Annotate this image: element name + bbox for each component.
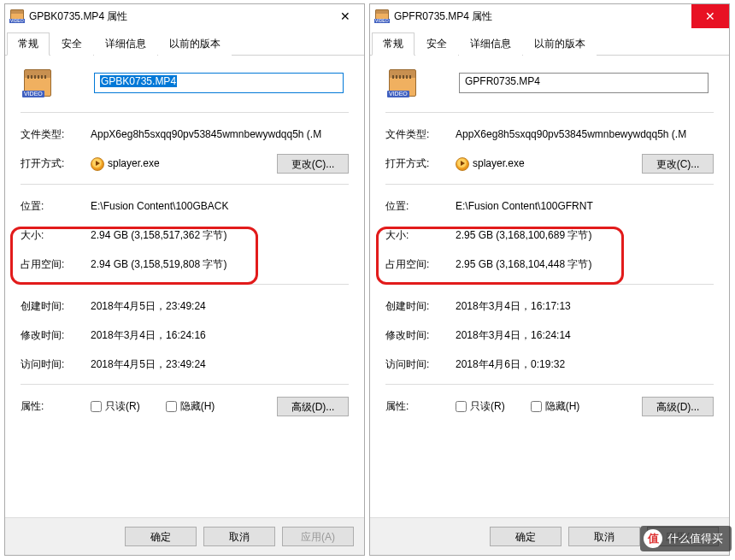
advanced-button[interactable]: 高级(D)... xyxy=(277,397,349,416)
dialog-footer: 确定 取消 应用(A) xyxy=(5,517,364,555)
attributes-label: 属性: xyxy=(385,399,456,414)
sizeondisk-label: 占用空间: xyxy=(21,257,91,272)
splayer-icon xyxy=(91,157,104,171)
change-button[interactable]: 更改(C)... xyxy=(642,154,714,174)
window-title: GPBK0735.MP4 属性 xyxy=(29,9,326,24)
openwith-value: splayer.exe xyxy=(456,157,642,171)
hidden-checkbox[interactable] xyxy=(166,401,177,412)
modified-value: 2018年3月4日，16:24:16 xyxy=(91,328,349,343)
size-label: 大小: xyxy=(385,228,456,243)
sizeondisk-value: 2.94 GB (3,158,519,808 字节) xyxy=(91,257,349,272)
created-value: 2018年3月4日，16:17:13 xyxy=(456,299,714,314)
location-label: 位置: xyxy=(385,199,456,214)
size-value: 2.94 GB (3,158,517,362 字节) xyxy=(91,228,349,243)
properties-dialog-left: GPBK0735.MP4 属性 ✕ 常规 安全 详细信息 以前的版本 GPBK0… xyxy=(4,3,365,556)
close-button[interactable]: ✕ xyxy=(691,4,729,28)
size-value: 2.95 GB (3,168,100,689 字节) xyxy=(456,228,714,243)
sizeondisk-value: 2.95 GB (3,168,104,448 字节) xyxy=(456,257,714,272)
general-tab-content: GPFR0735.MP4 文件类型: AppX6eg8h5sxqq90pv538… xyxy=(370,56,729,433)
tab-strip: 常规 安全 详细信息 以前的版本 xyxy=(370,28,729,56)
tab-general[interactable]: 常规 xyxy=(372,32,415,56)
filename-input[interactable]: GPFR0735.MP4 xyxy=(459,73,709,93)
filetype-value: AppX6eg8h5sxqq90pv53845wmnbewywdqq5h (.M xyxy=(456,128,714,140)
video-file-icon xyxy=(10,9,24,23)
location-value: E:\Fusion Content\100GBACK xyxy=(91,200,349,212)
apply-button[interactable]: 应用(A) xyxy=(282,527,354,546)
readonly-checkbox[interactable] xyxy=(456,401,467,412)
watermark: 值 什么值得买 xyxy=(640,526,732,551)
modified-value: 2018年3月4日，16:24:14 xyxy=(456,328,714,343)
accessed-value: 2018年4月5日，23:49:24 xyxy=(91,357,349,372)
size-label: 大小: xyxy=(21,228,91,243)
window-title: GPFR0735.MP4 属性 xyxy=(394,9,691,24)
splayer-icon xyxy=(456,157,469,171)
watermark-logo-icon: 值 xyxy=(644,529,662,548)
ok-button[interactable]: 确定 xyxy=(125,527,197,546)
hidden-checkbox[interactable] xyxy=(531,401,542,412)
cancel-button[interactable]: 取消 xyxy=(568,527,640,546)
video-file-icon xyxy=(375,9,389,23)
properties-dialog-right: GPFR0735.MP4 属性 ✕ 常规 安全 详细信息 以前的版本 GPFR0… xyxy=(369,3,730,556)
filetype-label: 文件类型: xyxy=(385,127,456,142)
created-label: 创建时间: xyxy=(21,299,91,314)
tab-previous[interactable]: 以前的版本 xyxy=(523,32,597,56)
ok-button[interactable]: 确定 xyxy=(490,527,562,546)
created-label: 创建时间: xyxy=(385,299,456,314)
video-file-icon-large xyxy=(24,69,51,97)
attributes-label: 属性: xyxy=(21,399,91,414)
change-button[interactable]: 更改(C)... xyxy=(277,154,349,174)
titlebar[interactable]: GPBK0735.MP4 属性 ✕ xyxy=(5,4,364,28)
location-value: E:\Fusion Content\100GFRNT xyxy=(456,200,714,212)
tab-details[interactable]: 详细信息 xyxy=(94,32,157,56)
general-tab-content: GPBK0735.MP4 文件类型: AppX6eg8h5sxqq90pv538… xyxy=(5,56,364,433)
tab-strip: 常规 安全 详细信息 以前的版本 xyxy=(5,28,364,56)
accessed-label: 访问时间: xyxy=(385,357,456,372)
readonly-checkbox-wrap[interactable]: 只读(R) xyxy=(456,399,505,414)
advanced-button[interactable]: 高级(D)... xyxy=(642,397,714,416)
tab-general[interactable]: 常规 xyxy=(7,32,50,56)
tab-security[interactable]: 安全 xyxy=(50,32,93,56)
created-value: 2018年4月5日，23:49:24 xyxy=(91,299,349,314)
close-button[interactable]: ✕ xyxy=(326,4,364,28)
openwith-label: 打开方式: xyxy=(385,156,456,171)
modified-label: 修改时间: xyxy=(21,328,91,343)
filetype-value: AppX6eg8h5sxqq90pv53845wmnbewywdqq5h (.M xyxy=(91,128,349,140)
filetype-label: 文件类型: xyxy=(21,127,91,142)
filename-input[interactable]: GPBK0735.MP4 xyxy=(94,73,344,93)
accessed-label: 访问时间: xyxy=(21,357,91,372)
openwith-label: 打开方式: xyxy=(21,156,91,171)
openwith-value: splayer.exe xyxy=(91,157,277,171)
tab-previous[interactable]: 以前的版本 xyxy=(158,32,232,56)
readonly-checkbox[interactable] xyxy=(91,401,102,412)
hidden-checkbox-wrap[interactable]: 隐藏(H) xyxy=(531,399,580,414)
hidden-checkbox-wrap[interactable]: 隐藏(H) xyxy=(166,399,215,414)
watermark-text: 什么值得买 xyxy=(667,531,723,546)
titlebar[interactable]: GPFR0735.MP4 属性 ✕ xyxy=(370,4,729,28)
tab-details[interactable]: 详细信息 xyxy=(459,32,522,56)
modified-label: 修改时间: xyxy=(385,328,456,343)
location-label: 位置: xyxy=(21,199,91,214)
sizeondisk-label: 占用空间: xyxy=(385,257,456,272)
accessed-value: 2018年4月6日，0:19:32 xyxy=(456,357,714,372)
tab-security[interactable]: 安全 xyxy=(415,32,458,56)
cancel-button[interactable]: 取消 xyxy=(203,527,275,546)
video-file-icon-large xyxy=(389,69,416,97)
readonly-checkbox-wrap[interactable]: 只读(R) xyxy=(91,399,140,414)
